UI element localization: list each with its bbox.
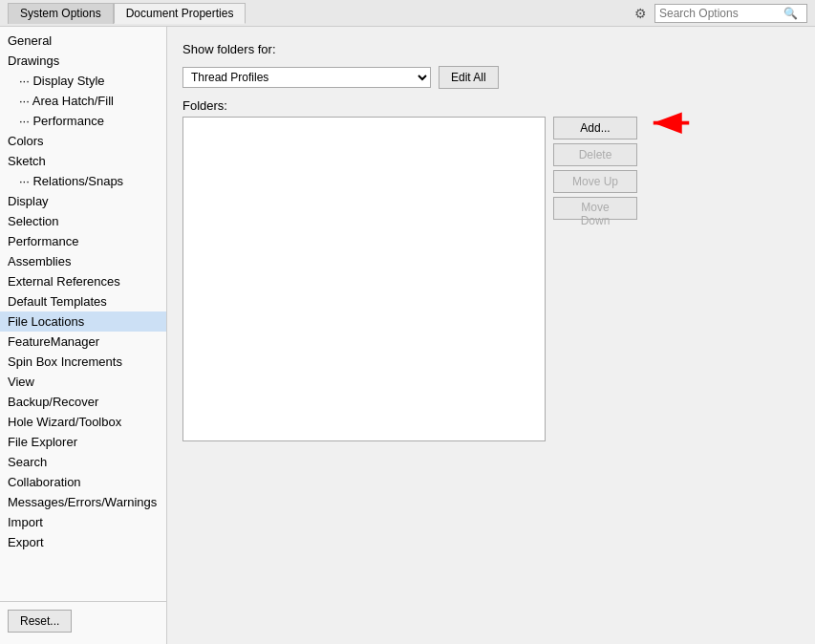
sidebar-item-default-templates[interactable]: Default Templates <box>0 291 166 311</box>
sidebar-item-assemblies[interactable]: Assemblies <box>0 251 166 271</box>
sidebar-item-display-style[interactable]: ··· Display Style <box>0 71 166 91</box>
delete-button[interactable]: Delete <box>553 143 637 166</box>
tab-system-options[interactable]: System Options <box>8 3 114 24</box>
red-arrow-annotation <box>635 109 693 138</box>
search-button[interactable]: 🔍 <box>783 7 798 20</box>
move-down-button[interactable]: Move Down <box>553 197 637 220</box>
sidebar-item-area-hatch-fill[interactable]: ··· Area Hatch/Fill <box>0 91 166 111</box>
gear-icon: ⚙ <box>634 6 647 21</box>
sidebar-item-sketch[interactable]: Sketch <box>0 151 166 171</box>
move-up-button[interactable]: Move Up <box>553 170 637 193</box>
sidebar-bottom: Reset... <box>0 601 166 640</box>
sidebar-item-external-references[interactable]: External References <box>0 271 166 291</box>
sidebar-item-performance2[interactable]: Performance <box>0 231 166 251</box>
sidebar-item-file-explorer[interactable]: File Explorer <box>0 432 166 452</box>
sidebar-item-export[interactable]: Export <box>0 532 166 552</box>
folders-content: Add... Delete Move Up Move Down <box>182 117 800 441</box>
sidebar-item-display[interactable]: Display <box>0 191 166 211</box>
arrow-container: Add... <box>553 117 637 140</box>
sidebar-item-messages-errors-warnings[interactable]: Messages/Errors/Warnings <box>0 492 166 512</box>
sidebar: GeneralDrawings··· Display Style··· Area… <box>0 27 167 644</box>
sidebar-item-search[interactable]: Search <box>0 452 166 472</box>
search-input-wrapper: 🔍 <box>654 4 807 23</box>
show-folders-label: Show folders for: <box>182 42 276 56</box>
show-folders-row: Show folders for: <box>182 42 800 56</box>
search-input[interactable] <box>659 7 783 20</box>
sidebar-item-general[interactable]: General <box>0 31 166 51</box>
sidebar-item-relations-snaps[interactable]: ··· Relations/Snaps <box>0 171 166 191</box>
reset-button[interactable]: Reset... <box>8 610 72 633</box>
sidebar-item-backup-recover[interactable]: Backup/Recover <box>0 392 166 412</box>
folder-type-select[interactable]: Thread ProfilesDocument TemplatesSheet F… <box>182 67 431 88</box>
sidebar-item-spin-box-increments[interactable]: Spin Box Increments <box>0 352 166 372</box>
sidebar-items-container: GeneralDrawings··· Display Style··· Area… <box>0 31 166 552</box>
folders-buttons: Add... Delete Move Up Move Down <box>553 117 637 441</box>
sidebar-item-collaboration[interactable]: Collaboration <box>0 472 166 492</box>
sidebar-item-hole-wizard-toolbox[interactable]: Hole Wizard/Toolbox <box>0 412 166 432</box>
sidebar-item-selection[interactable]: Selection <box>0 211 166 231</box>
sidebar-item-file-locations[interactable]: File Locations <box>0 311 166 332</box>
edit-all-button[interactable]: Edit All <box>439 66 499 89</box>
sidebar-item-feature-manager[interactable]: FeatureManager <box>0 332 166 352</box>
content-area: Show folders for: Thread ProfilesDocumen… <box>167 27 815 644</box>
sidebar-item-import[interactable]: Import <box>0 512 166 532</box>
sidebar-item-colors[interactable]: Colors <box>0 131 166 151</box>
search-bar: ⚙ 🔍 <box>634 4 807 23</box>
sidebar-item-performance[interactable]: ··· Performance <box>0 111 166 131</box>
folders-section: Folders: Add... <box>182 98 800 441</box>
folders-label: Folders: <box>182 98 800 113</box>
folders-list <box>182 117 546 441</box>
title-bar: System Options Document Properties ⚙ 🔍 <box>0 0 815 27</box>
add-button[interactable]: Add... <box>553 117 637 140</box>
main-container: GeneralDrawings··· Display Style··· Area… <box>0 27 815 644</box>
folder-select-wrapper: Thread ProfilesDocument TemplatesSheet F… <box>182 66 800 89</box>
sidebar-item-view[interactable]: View <box>0 372 166 392</box>
sidebar-item-drawings[interactable]: Drawings <box>0 51 166 71</box>
tab-document-properties[interactable]: Document Properties <box>114 3 247 24</box>
